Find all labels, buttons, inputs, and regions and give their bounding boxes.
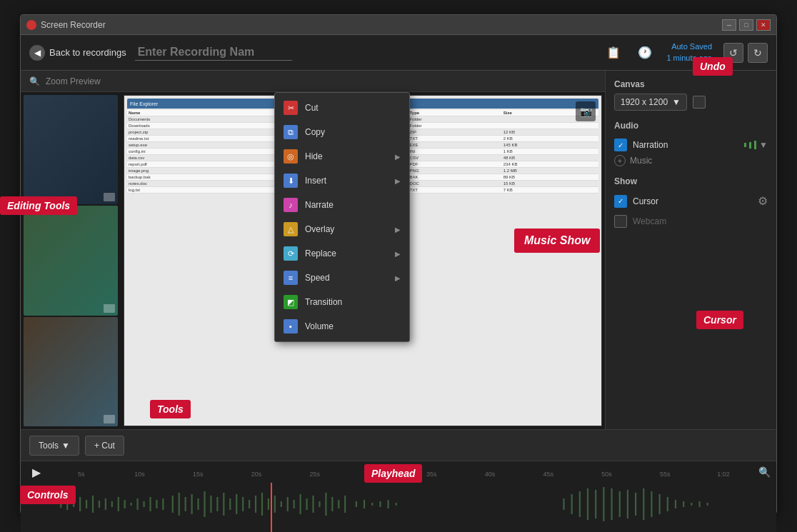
save-icon-button[interactable]: 📋 <box>603 43 623 63</box>
header: ◀ Back to recordings 📋 🕐 Auto Saved 1 mi… <box>21 35 776 71</box>
svg-rect-3 <box>79 497 81 511</box>
thumbnail-3[interactable] <box>24 317 118 426</box>
thumbnail-list <box>21 92 121 429</box>
svg-rect-40 <box>319 501 320 507</box>
svg-rect-52 <box>571 494 573 514</box>
undo-button[interactable]: ↺ <box>723 43 743 63</box>
thumbnail-1[interactable] <box>24 95 118 204</box>
close-button[interactable]: ✕ <box>756 19 771 31</box>
toolbar-area: Tools ▼ + Cut <box>21 429 776 461</box>
ruler-mark: 20s <box>227 471 286 478</box>
audio-section: Audio ✓ Narration ▼ + Music <box>614 121 768 166</box>
svg-rect-44 <box>344 496 346 513</box>
recording-name-input[interactable] <box>135 44 292 61</box>
svg-rect-10 <box>124 500 126 508</box>
titlebar-controls: ─ □ ✕ <box>722 19 771 31</box>
cut-button[interactable]: + Cut <box>85 436 124 456</box>
level-bar-1 <box>744 143 746 147</box>
svg-rect-59 <box>627 490 628 518</box>
svg-rect-21 <box>197 498 199 510</box>
timeline-ruler: 5s 10s 15s 20s 25s 30s 35s 40s 45s 50s 5… <box>52 465 753 479</box>
ruler-mark: 50s <box>578 471 636 478</box>
music-label: Music <box>630 156 652 166</box>
menu-item-insert[interactable]: ⬇ Insert ▶ <box>275 169 409 193</box>
menu-item-transition[interactable]: ◩ Transition <box>275 290 409 314</box>
right-panel: Canvas 1920 x 1200 ▼ Audio ✓ Narration <box>605 71 776 429</box>
menu-item-volume[interactable]: ▪ Volume <box>275 314 409 338</box>
waveform-area[interactable]: 0:25.44 <box>21 483 776 532</box>
svg-rect-68 <box>698 501 700 507</box>
play-button[interactable]: ▶ <box>26 462 46 482</box>
svg-rect-37 <box>300 494 301 514</box>
svg-rect-14 <box>149 497 151 511</box>
svg-rect-16 <box>162 498 164 510</box>
menu-item-replace[interactable]: ⟳ Replace ▶ <box>275 241 409 266</box>
menu-item-overlay[interactable]: △ Overlay ▶ <box>275 217 409 241</box>
volume-menu-icon: ▪ <box>284 319 298 333</box>
svg-rect-65 <box>675 500 676 508</box>
transition-menu-label: Transition <box>305 297 401 307</box>
svg-rect-33 <box>274 496 276 513</box>
svg-rect-67 <box>691 503 692 506</box>
svg-rect-46 <box>364 500 365 508</box>
speed-menu-label: Speed <box>305 273 388 283</box>
svg-rect-45 <box>356 501 357 507</box>
cursor-checkbox[interactable]: ✓ <box>614 195 627 208</box>
show-section: Show ✓ Cursor ⚙ Webcam <box>614 176 768 231</box>
cursor-settings-icon[interactable]: ⚙ <box>758 194 768 208</box>
insert-menu-label: Insert <box>305 176 388 186</box>
back-to-recordings-button[interactable]: ◀ Back to recordings <box>29 45 126 61</box>
svg-rect-53 <box>579 491 581 517</box>
cut-label: + Cut <box>94 441 115 451</box>
camera-capture-button[interactable]: 📷 <box>576 101 596 121</box>
svg-rect-1 <box>66 498 68 510</box>
level-bar-3 <box>754 141 756 149</box>
menu-item-copy[interactable]: ⧉ Copy <box>275 120 409 144</box>
svg-rect-36 <box>294 500 295 508</box>
narration-label: Narration <box>633 140 738 150</box>
canvas-aspect-checkbox[interactable] <box>693 96 706 109</box>
thumb-play-icon-2 <box>104 304 115 313</box>
ruler-mark: 1:02 <box>694 471 753 478</box>
auto-saved-time: 1 minute ago <box>666 53 712 64</box>
svg-rect-47 <box>371 503 373 506</box>
menu-item-cut[interactable]: ✂ Cut <box>275 96 409 120</box>
replace-menu-icon: ⟳ <box>284 246 298 261</box>
titlebar: Screen Recorder ─ □ ✕ <box>21 15 776 35</box>
main-window: Screen Recorder ─ □ ✕ ◀ Back to recordin… <box>20 14 777 514</box>
narration-checkbox[interactable]: ✓ <box>614 139 627 151</box>
zoom-bar: 🔍 Zoom Preview <box>21 71 605 92</box>
transition-menu-icon: ◩ <box>284 295 298 309</box>
svg-rect-13 <box>143 501 144 507</box>
speed-arrow-icon: ▶ <box>395 274 401 282</box>
svg-rect-17 <box>172 496 174 513</box>
timeline: ▶ 5s 10s 15s 20s 25s 30s 35s 40s 45s 50s… <box>21 461 776 532</box>
menu-item-hide[interactable]: ◎ Hide ▶ <box>275 144 409 169</box>
tools-button[interactable]: Tools ▼ <box>29 436 79 456</box>
narration-expand[interactable]: ▼ <box>759 140 768 150</box>
timeline-search-icon[interactable]: 🔍 <box>758 466 771 478</box>
svg-rect-8 <box>111 501 113 507</box>
ruler-mark: 30s <box>344 471 403 478</box>
menu-item-speed[interactable]: ≡ Speed ▶ <box>275 266 409 290</box>
svg-rect-27 <box>236 494 237 514</box>
ruler-mark: 55s <box>636 471 695 478</box>
svg-rect-30 <box>255 496 256 513</box>
minimize-button[interactable]: ─ <box>722 19 736 31</box>
svg-rect-7 <box>105 498 106 510</box>
timeline-top: ▶ 5s 10s 15s 20s 25s 30s 35s 40s 45s 50s… <box>21 461 776 483</box>
svg-rect-23 <box>210 496 211 513</box>
webcam-checkbox[interactable] <box>614 215 627 228</box>
maximize-button[interactable]: □ <box>739 19 753 31</box>
history-icon-button[interactable]: 🕐 <box>635 43 655 63</box>
canvas-size-dropdown[interactable]: 1920 x 1200 ▼ <box>614 94 687 111</box>
menu-item-narrate[interactable]: ♪ Narrate <box>275 193 409 217</box>
add-music-button[interactable]: + Music <box>614 155 768 166</box>
back-label: Back to recordings <box>49 47 126 58</box>
insert-menu-icon: ⬇ <box>284 174 298 188</box>
svg-rect-58 <box>619 491 621 517</box>
redo-button[interactable]: ↻ <box>748 43 768 63</box>
svg-rect-28 <box>242 497 244 511</box>
ruler-mark: 5s <box>52 471 111 478</box>
thumbnail-2[interactable] <box>24 206 118 315</box>
